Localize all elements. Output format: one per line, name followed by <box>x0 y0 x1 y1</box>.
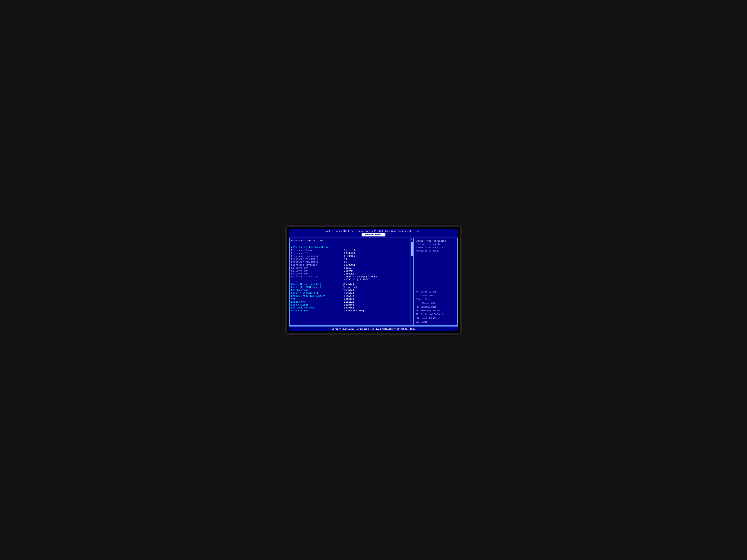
arrow-icon: ► <box>291 246 293 248</box>
help-keys: ⇄: Select Screen ↕: Select Item Enter: S… <box>415 289 456 324</box>
help-key-5: F2: Previous Values <box>415 309 456 313</box>
info-row: Processor Socket Socket 0 <box>291 249 412 252</box>
help-description: Enables Hyper Threading (Software Method… <box>415 239 456 288</box>
interactive-label-3: Execute Disable Bit <box>291 292 343 294</box>
interactive-label-0: Hyper-Threading [ALL] <box>291 283 343 286</box>
interactive-label-1: Check CPU BIST Result <box>291 286 343 289</box>
scroll-up-icon[interactable]: ▲ <box>411 238 412 241</box>
info-value-1: 000306F2 <box>344 252 356 255</box>
interactive-label-9: PPIN Control <box>291 310 343 312</box>
help-key-3: +/-: Change Opt. <box>415 301 456 305</box>
interactive-item-5[interactable]: VMX [Enable] <box>291 298 412 300</box>
interactive-value-3: [Enable] <box>343 292 354 294</box>
info-row: L2 Cache RAM 2560KB <box>291 269 412 272</box>
info-row: L1 Cache RAM 640KB <box>291 267 412 269</box>
interactive-item-2[interactable]: Monitor/Mwait [Enable] <box>291 289 412 292</box>
info-value-4: 0CH <box>344 261 348 264</box>
interactive-item-4[interactable]: Enable Intel TXT Support [Disable] <box>291 295 412 297</box>
interactive-item-9[interactable]: PPIN Control [Unlock/Enable] <box>291 310 412 312</box>
interactive-value-6: [Disable] <box>343 300 356 303</box>
interactive-label-8: MSR Lock Control <box>291 306 343 309</box>
scroll-thumb[interactable] <box>411 242 413 256</box>
info-value-9: Intel(R) Xeon(R) CPU E5-2666 v3 @ 2.90GH… <box>344 275 377 281</box>
submenu-item[interactable]: ► Per-Socket Configuration <box>291 246 412 248</box>
help-key-6: F9: Optimized Defaults <box>415 313 456 316</box>
interactive-value-7: [Enable] <box>343 303 354 306</box>
info-label-1: Processor ID <box>291 252 343 255</box>
info-value-8: 25600KB <box>344 272 354 275</box>
title-bar: Aptio Setup Utility - Copyright (C) 2022… <box>289 229 458 233</box>
info-row: Processor Max Ratio 1DH <box>291 258 412 261</box>
tab-bar: IntelRCSetup <box>289 233 458 237</box>
interactive-label-4: Enable Intel TXT Support <box>291 295 343 297</box>
info-label-2: Processor Frequency <box>291 255 343 258</box>
info-rows: Processor Socket Socket 0 Processor ID 0… <box>291 249 412 281</box>
interactive-label-7: Lock Chipset <box>291 303 343 306</box>
interactive-label-2: Monitor/Mwait <box>291 289 343 292</box>
help-key-0: ⇄: Select Screen <box>415 290 456 294</box>
separator: ----------------------------------------… <box>291 242 412 245</box>
interactive-item-7[interactable]: Lock Chipset [Enable] <box>291 303 412 306</box>
info-row: Processor 0 Version Intel(R) Xeon(R) CPU… <box>291 275 412 281</box>
info-row: Processor ID 000306F2 <box>291 252 412 255</box>
info-value-5: 0000003D <box>344 264 356 266</box>
info-label-5: Microcode Revision <box>291 264 343 266</box>
footer: Version 2.18.1263. Copyright (C) 2022 Am… <box>289 326 458 331</box>
info-row: L3 Cache RAM 25600KB <box>291 272 412 275</box>
interactive-item-6[interactable]: Enable SMX [Disable] <box>291 300 412 303</box>
info-value-7: 2560KB <box>344 269 353 272</box>
interactive-value-4: [Disable] <box>343 295 356 297</box>
bios-screen: Aptio Setup Utility - Copyright (C) 2022… <box>289 229 458 331</box>
interactive-item-3[interactable]: Execute Disable Bit [Enable] <box>291 292 412 294</box>
content-area: Processor Configuration ----------------… <box>289 237 458 326</box>
submenu-label: Per-Socket Configuration <box>293 246 328 248</box>
info-value-6: 640KB <box>344 267 351 269</box>
interactive-items: Hyper-Threading [ALL] [Enable] Check CPU… <box>291 283 412 312</box>
interactive-item-1[interactable]: Check CPU BIST Result [Disabled] <box>291 286 412 289</box>
interactive-value-2: [Enable] <box>343 289 354 292</box>
section-title: Processor Configuration <box>291 239 412 242</box>
monitor: Aptio Setup Utility - Copyright (C) 2022… <box>285 225 462 335</box>
info-label-6: L1 Cache RAM <box>291 267 343 269</box>
spacer <box>291 281 412 283</box>
interactive-value-9: [Unlock/Enable] <box>343 310 364 312</box>
info-value-3: 1DH <box>344 258 348 261</box>
info-label-4: Processor Min Ratio <box>291 261 343 264</box>
main-panel: Processor Configuration ----------------… <box>289 238 414 326</box>
interactive-value-0: [Enable] <box>343 283 354 286</box>
info-row: Processor Min Ratio 0CH <box>291 261 412 264</box>
main-title: Aptio Setup Utility - Copyright (C) 2022… <box>289 230 458 233</box>
info-value-2: 2.900GHz <box>344 255 356 258</box>
interactive-item-0[interactable]: Hyper-Threading [ALL] [Enable] <box>291 283 412 286</box>
interactive-label-6: Enable SMX <box>291 300 343 303</box>
info-value-0: Socket 0 <box>344 249 356 252</box>
interactive-value-5: [Enable] <box>343 298 354 300</box>
active-tab[interactable]: IntelRCSetup <box>362 233 385 237</box>
interactive-value-1: [Disabled] <box>343 286 357 289</box>
interactive-item-8[interactable]: MSR Lock Control [Enable] <box>291 306 412 309</box>
info-label-0: Processor Socket <box>291 249 343 252</box>
help-key-2: Enter: Select <box>415 298 456 301</box>
info-label-9: Processor 0 Version <box>291 275 343 281</box>
right-panel: Enables Hyper Threading (Software Method… <box>414 238 458 326</box>
help-key-4: F1: General Help <box>415 305 456 309</box>
info-label-8: L3 Cache RAM <box>291 272 343 275</box>
footer-text: Version 2.18.1263. Copyright (C) 2022 Am… <box>332 328 415 330</box>
help-key-8: ESC: Exit <box>415 320 456 324</box>
scroll-down-icon[interactable]: ▼ <box>411 322 412 325</box>
help-key-7: F10: Save & Exit <box>415 316 456 320</box>
info-label-7: L2 Cache RAM <box>291 269 343 272</box>
info-row: Microcode Revision 0000003D <box>291 264 412 266</box>
info-row: Processor Frequency 2.900GHz <box>291 255 412 258</box>
interactive-value-8: [Enable] <box>343 306 354 309</box>
scrollbar[interactable]: ▲ ▼ <box>410 238 413 325</box>
help-key-1: ↕: Select Item <box>415 294 456 298</box>
interactive-label-5: VMX <box>291 298 343 300</box>
info-label-3: Processor Max Ratio <box>291 258 343 261</box>
